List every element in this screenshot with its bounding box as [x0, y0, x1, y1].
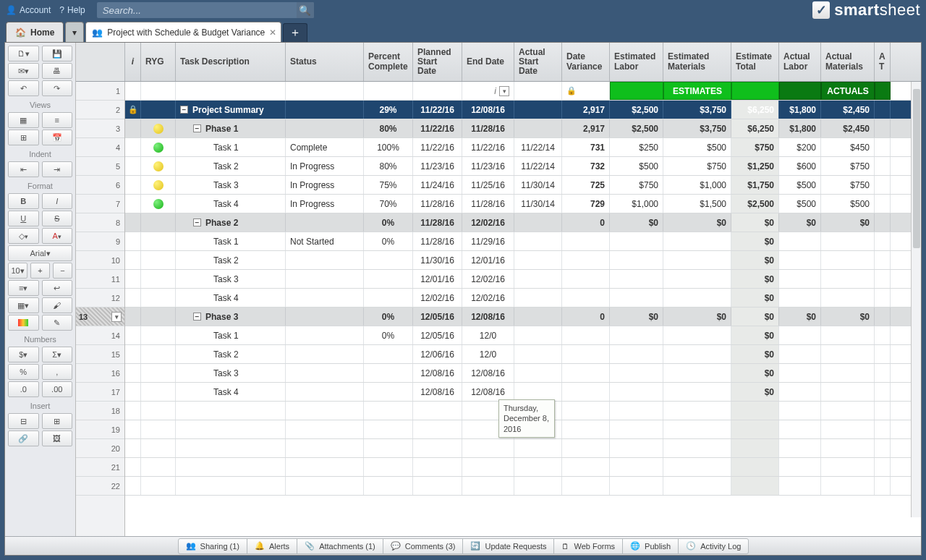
cell[interactable] — [125, 383, 141, 401]
font-family-button[interactable]: Arial ▾ — [8, 245, 72, 261]
mail-button[interactable]: ✉▾ — [8, 63, 39, 79]
underline-button[interactable]: U — [8, 211, 39, 226]
cell[interactable] — [413, 439, 462, 457]
row-menu-icon[interactable]: ▾ — [111, 312, 122, 322]
cell[interactable]: 🔒 — [125, 101, 141, 119]
currency-button[interactable]: $▾ — [8, 347, 39, 362]
cell[interactable]: $500 — [821, 195, 875, 213]
cell[interactable] — [286, 345, 364, 363]
cell[interactable]: $1,750 — [731, 176, 779, 194]
cell[interactable] — [821, 458, 875, 476]
cell[interactable] — [176, 477, 286, 495]
cell[interactable] — [141, 232, 176, 250]
col-date-variance[interactable]: Date Variance — [562, 43, 610, 81]
cell[interactable] — [364, 458, 413, 476]
cell[interactable]: Not Started — [286, 232, 364, 250]
cell[interactable] — [875, 402, 891, 420]
cell[interactable]: In Progress — [286, 195, 364, 213]
cell[interactable] — [875, 195, 891, 213]
update-requests-button[interactable]: 🔄Update Requests — [462, 538, 554, 554]
cell[interactable] — [125, 420, 141, 438]
vertical-scrollbar[interactable] — [911, 82, 921, 517]
cell[interactable] — [141, 101, 176, 119]
cell[interactable]: 70% — [364, 195, 413, 213]
text-color-button[interactable]: A▾ — [42, 228, 73, 244]
row-num-21[interactable]: 21 — [76, 458, 124, 477]
cell[interactable] — [875, 345, 891, 363]
cell[interactable]: $0 — [779, 307, 821, 326]
sharing-button[interactable]: 👥Sharing (1) — [178, 538, 247, 554]
card-view-button[interactable]: ⊞ — [8, 130, 39, 145]
cell[interactable]: Task 3 — [176, 176, 286, 194]
row-num-19[interactable]: 19 — [76, 420, 124, 439]
cell[interactable]: $2,450 — [821, 101, 875, 119]
image-button[interactable]: 🖼 — [42, 430, 73, 446]
cell[interactable] — [875, 101, 891, 119]
cell[interactable] — [125, 439, 141, 457]
cell[interactable] — [125, 157, 141, 175]
cell[interactable]: 11/28/16 — [413, 232, 462, 250]
cell[interactable] — [875, 458, 891, 476]
cell[interactable]: 11/28/16 — [462, 119, 514, 137]
cell[interactable] — [562, 326, 610, 344]
cell[interactable]: 80% — [364, 119, 413, 137]
cell[interactable] — [663, 232, 731, 250]
cell[interactable] — [875, 326, 891, 344]
cell[interactable] — [663, 364, 731, 382]
cell[interactable] — [125, 176, 141, 194]
cell[interactable] — [821, 270, 875, 288]
fill-color-button[interactable]: ◇▾ — [8, 228, 39, 244]
table-row[interactable]: Task 1Not Started0%11/28/1611/29/16$0 — [125, 232, 921, 251]
font-decrease-button[interactable]: − — [53, 263, 72, 279]
cell[interactable]: 11/28/16 — [413, 195, 462, 213]
cell[interactable] — [286, 251, 364, 269]
cell[interactable] — [610, 289, 663, 307]
cell[interactable]: $500 — [663, 138, 731, 156]
table-row[interactable]: Task 412/02/1612/02/16$0 — [125, 289, 921, 307]
row-num-16[interactable]: 16 — [76, 364, 124, 383]
cell[interactable] — [610, 420, 663, 438]
cell[interactable] — [562, 383, 610, 401]
cell[interactable]: 80% — [364, 157, 413, 175]
cell[interactable]: $3,750 — [663, 119, 731, 137]
cell[interactable]: $500 — [779, 176, 821, 194]
cell[interactable]: 2,917 — [562, 101, 610, 119]
cell[interactable] — [875, 213, 891, 232]
cell[interactable]: $0 — [663, 307, 731, 326]
cell[interactable] — [821, 420, 875, 438]
col-est-total[interactable]: Estimate Total — [731, 43, 779, 81]
cell[interactable]: $0 — [731, 307, 779, 326]
cell[interactable] — [562, 402, 610, 420]
cell[interactable]: $1,250 — [731, 157, 779, 175]
cell[interactable] — [875, 251, 891, 269]
cell[interactable]: Task 4 — [176, 289, 286, 307]
cell[interactable]: In Progress — [286, 176, 364, 194]
cell[interactable]: 11/28/16 — [413, 213, 462, 232]
cell[interactable] — [286, 270, 364, 288]
cell[interactable]: 11/23/16 — [413, 157, 462, 175]
row-num-13[interactable]: 13▾ — [76, 307, 124, 326]
cell[interactable] — [821, 251, 875, 269]
alerts-button[interactable]: 🔔Alerts — [247, 538, 297, 554]
table-row[interactable]: 🔒−Project Summary29%11/22/1612/08/162,91… — [125, 101, 921, 119]
cell[interactable]: 12/02/16 — [413, 289, 462, 307]
cell[interactable] — [514, 232, 562, 250]
cell[interactable] — [562, 477, 610, 495]
cell[interactable]: 729 — [562, 195, 610, 213]
link-button[interactable]: 🔗 — [8, 430, 39, 446]
cell[interactable] — [610, 439, 663, 457]
cell[interactable] — [125, 213, 141, 232]
new-sheet-button[interactable]: 🗋▾ — [8, 46, 39, 61]
cell[interactable] — [514, 270, 562, 288]
cell[interactable]: $0 — [610, 307, 663, 326]
comments-button[interactable]: 💬Comments (3) — [383, 538, 464, 554]
cell[interactable] — [663, 345, 731, 363]
cell[interactable] — [141, 364, 176, 382]
cell[interactable]: 0 — [562, 307, 610, 326]
search-input[interactable] — [97, 2, 314, 18]
cell[interactable]: $0 — [731, 364, 779, 382]
cell[interactable] — [286, 383, 364, 401]
cell[interactable]: 11/22/14 — [514, 157, 562, 175]
cell[interactable]: Task 1 — [176, 138, 286, 156]
table-row[interactable]: −Phase 20%11/28/1612/02/160$0$0$0$0$0 — [125, 213, 921, 232]
